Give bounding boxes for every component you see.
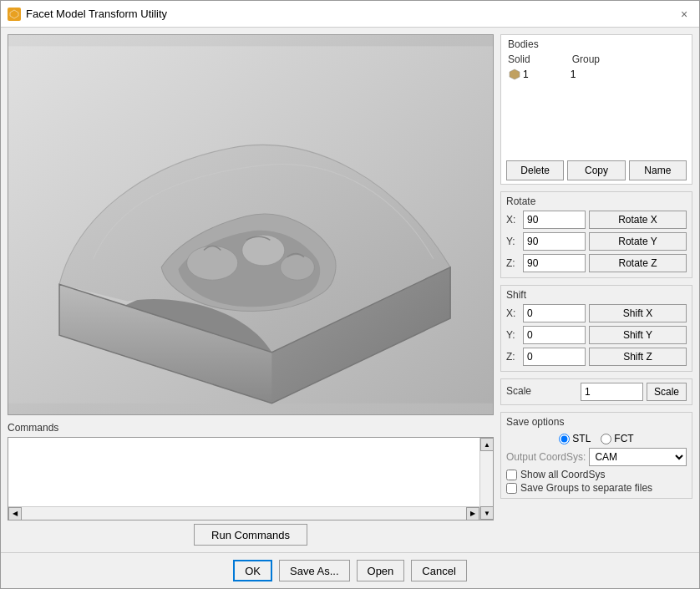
shift-z-label: Z: (506, 351, 520, 363)
rotate-y-button[interactable]: Rotate Y (589, 232, 687, 251)
scroll-left-arrow[interactable]: ◀ (8, 507, 22, 520)
bodies-empty-space (501, 82, 692, 157)
shift-y-label: Y: (506, 329, 520, 341)
viewport (8, 34, 494, 415)
save-as-button[interactable]: Save As... (279, 560, 350, 581)
scrollbar-vertical[interactable]: ▲ ▼ (479, 438, 493, 520)
rotate-section: Rotate X: Rotate X Y: Rotate Y Z: Rotate… (500, 191, 692, 278)
scroll-right-arrow[interactable]: ▶ (466, 507, 479, 520)
delete-button[interactable]: Delete (506, 160, 564, 180)
bodies-col-group: Group (572, 53, 600, 65)
rotate-section-header: Rotate (501, 195, 692, 209)
run-commands-row: Run Commands (8, 524, 494, 546)
show-all-coordsys-checkbox[interactable] (506, 470, 517, 480)
stl-radio[interactable] (559, 434, 570, 444)
shift-y-button[interactable]: Shift Y (589, 326, 687, 344)
svg-marker-9 (510, 69, 520, 79)
save-groups-label: Save Groups to separate files (520, 482, 652, 494)
output-coordsys-label: Output CoordSys: (506, 451, 586, 463)
solid-value: 1 (523, 69, 529, 80)
bottom-bar: OK Save As... Open Cancel (1, 552, 699, 588)
svg-point-5 (187, 246, 238, 280)
rotate-y-row: Y: Rotate Y (501, 231, 692, 252)
shift-y-input[interactable] (523, 326, 586, 344)
commands-textarea-wrapper: ▲ ▼ ◀ ▶ (8, 437, 494, 520)
bodies-section-title: Bodies (501, 35, 692, 50)
name-button[interactable]: Name (629, 160, 687, 180)
solid-body-icon: 1 (508, 69, 529, 80)
scroll-up-arrow[interactable]: ▲ (480, 438, 494, 451)
rotate-y-input[interactable] (523, 232, 586, 251)
shift-x-input[interactable] (523, 304, 586, 322)
svg-point-7 (281, 255, 315, 281)
bodies-col-solid: Solid (508, 53, 530, 65)
title-bar-left: Facet Model Transform Utility (8, 8, 167, 21)
show-all-coordsys-label: Show all CoordSys (520, 469, 605, 480)
close-button[interactable]: × (676, 6, 692, 23)
bodies-header: Solid Group (501, 50, 692, 67)
bodies-list-row: 1 1 (501, 67, 692, 82)
scroll-down-arrow[interactable]: ▼ (480, 506, 494, 520)
scrollbar-horizontal[interactable]: ◀ ▶ (8, 506, 479, 520)
scroll-track-v (480, 451, 493, 506)
stl-label: STL (572, 433, 591, 444)
save-groups-checkbox[interactable] (506, 483, 517, 494)
group-value: 1 (571, 69, 576, 80)
show-all-coordsys-row: Show all CoordSys (506, 468, 687, 481)
rotate-z-button[interactable]: Rotate Z (589, 254, 687, 272)
svg-marker-0 (10, 10, 18, 18)
scale-section-header: Scale (506, 385, 577, 397)
fct-radio[interactable] (601, 434, 611, 444)
shift-z-input[interactable] (523, 348, 586, 366)
output-coordsys-select[interactable]: CAM (589, 448, 687, 466)
rotate-z-row: Z: Rotate Z (501, 252, 692, 274)
rotate-x-input[interactable] (523, 211, 586, 229)
output-coordsys-row: Output CoordSys: CAM (506, 446, 687, 468)
shift-z-button[interactable]: Shift Z (589, 348, 687, 366)
app-icon (8, 8, 21, 21)
commands-label: Commands (8, 422, 494, 434)
shift-x-button[interactable]: Shift X (589, 304, 687, 322)
rotate-x-label: X: (506, 214, 520, 226)
shift-section-header: Shift (501, 289, 692, 302)
main-window: Facet Model Transform Utility × (0, 0, 700, 589)
shift-x-row: X: Shift X (501, 302, 692, 324)
main-content: Commands ▲ ▼ ◀ ▶ Run Commands (1, 28, 699, 552)
stl-radio-label[interactable]: STL (559, 433, 591, 444)
cancel-button[interactable]: Cancel (411, 560, 466, 581)
commands-section: Commands ▲ ▼ ◀ ▶ Run Commands (8, 422, 494, 546)
format-radio-row: STL FCT (506, 431, 687, 446)
save-groups-row: Save Groups to separate files (506, 481, 687, 495)
rotate-x-button[interactable]: Rotate X (589, 211, 687, 229)
shift-x-label: X: (506, 307, 520, 319)
ok-button[interactable]: OK (233, 560, 272, 581)
title-bar: Facet Model Transform Utility × (1, 1, 699, 28)
rotate-z-label: Z: (506, 257, 520, 269)
3d-model-svg (8, 35, 493, 414)
shift-z-row: Z: Shift Z (501, 346, 692, 368)
run-commands-button[interactable]: Run Commands (194, 524, 307, 546)
rotate-y-label: Y: (506, 236, 520, 247)
shift-section: Shift X: Shift X Y: Shift Y Z: Shift Z (500, 285, 692, 372)
fct-label: FCT (614, 433, 633, 444)
rotate-x-row: X: Rotate X (501, 209, 692, 231)
shift-y-row: Y: Shift Y (501, 324, 692, 346)
scale-input[interactable] (581, 383, 643, 401)
left-panel: Commands ▲ ▼ ◀ ▶ Run Commands (8, 34, 494, 546)
save-options-section: Save options STL FCT Output CoordSys: CA… (500, 412, 692, 499)
fct-radio-label[interactable]: FCT (601, 433, 633, 444)
open-button[interactable]: Open (357, 560, 405, 581)
rotate-z-input[interactable] (523, 254, 586, 272)
right-panel: Bodies Solid Group 1 1 Delete (500, 34, 692, 546)
bodies-section: Bodies Solid Group 1 1 Delete (500, 34, 692, 185)
bodies-buttons: Delete Copy Name (501, 157, 692, 184)
save-options-header: Save options (506, 416, 687, 428)
scale-section: Scale Scale (500, 378, 692, 405)
body-shape-icon (508, 69, 521, 80)
window-title: Facet Model Transform Utility (26, 8, 167, 20)
copy-button[interactable]: Copy (567, 160, 625, 180)
scale-button[interactable]: Scale (647, 383, 687, 401)
